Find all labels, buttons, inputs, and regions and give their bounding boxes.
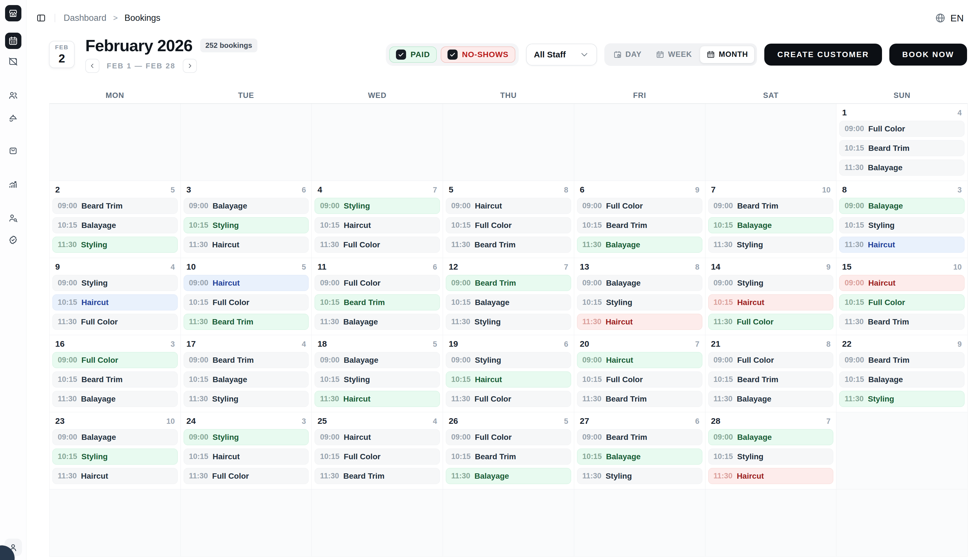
- booking-chip[interactable]: 11:30Haircut: [839, 237, 964, 253]
- booking-chip[interactable]: 11:30Balayage: [314, 314, 440, 330]
- booking-chip[interactable]: 10:15Beard Trim: [708, 372, 834, 387]
- booking-chip[interactable]: 11:30Styling: [184, 391, 309, 407]
- sidebar-item-badge-check[interactable]: [5, 233, 22, 246]
- booking-chip[interactable]: 10:15Full Color: [184, 294, 309, 310]
- booking-chip[interactable]: 10:15Beard Trim: [446, 448, 571, 465]
- day-cell-3[interactable]: 3609:00Balayage10:15Styling11:30Haircut: [181, 181, 312, 258]
- language-selector[interactable]: EN: [935, 12, 964, 23]
- booking-chip[interactable]: 10:15Haircut: [446, 372, 571, 387]
- day-cell-4[interactable]: 4709:00Styling10:15Haircut11:30Full Colo…: [312, 181, 443, 258]
- booking-chip[interactable]: 10:15Styling: [52, 448, 178, 465]
- booking-chip[interactable]: 11:30Haircut: [314, 391, 440, 407]
- booking-chip[interactable]: 11:30Full Color: [314, 237, 440, 253]
- booking-chip[interactable]: 10:15Beard Trim: [314, 294, 440, 310]
- booking-chip[interactable]: 11:30Styling: [577, 468, 702, 484]
- booking-chip[interactable]: 10:15Styling: [839, 217, 964, 233]
- sidebar-item-chart[interactable]: [5, 178, 22, 190]
- booking-chip[interactable]: 10:15Balayage: [708, 217, 834, 233]
- booking-chip[interactable]: 10:15Full Color: [314, 448, 440, 465]
- day-cell-11[interactable]: 11609:00Full Color10:15Beard Trim11:30Ba…: [312, 258, 443, 335]
- booking-chip[interactable]: 10:15Beard Trim: [577, 217, 702, 233]
- day-cell-2[interactable]: 2509:00Beard Trim10:15Balayage11:30Styli…: [50, 181, 181, 258]
- view-month-button[interactable]: MONTH: [700, 46, 754, 63]
- booking-chip[interactable]: 10:15Styling: [314, 372, 440, 387]
- booking-chip[interactable]: 09:00Full Color: [446, 429, 571, 445]
- day-cell-10[interactable]: 10509:00Haircut10:15Full Color11:30Beard…: [181, 258, 312, 335]
- booking-chip[interactable]: 10:15Balayage: [839, 372, 964, 387]
- booking-chip[interactable]: 11:30Balayage: [577, 237, 702, 253]
- day-cell-16[interactable]: 16309:00Full Color10:15Beard Trim11:30Ba…: [50, 335, 181, 412]
- day-cell-26[interactable]: 26509:00Full Color10:15Beard Trim11:30Ba…: [443, 412, 574, 489]
- day-cell-25[interactable]: 25409:00Haircut10:15Full Color11:30Beard…: [312, 412, 443, 489]
- booking-chip[interactable]: 11:30Balayage: [839, 160, 964, 176]
- booking-chip[interactable]: 09:00Styling: [184, 429, 309, 445]
- noshow-filter-toggle[interactable]: NO-SHOWS: [441, 47, 515, 63]
- booking-chip[interactable]: 09:00Balayage: [52, 429, 178, 445]
- sidebar-item-cloche[interactable]: [5, 112, 22, 124]
- day-cell-7[interactable]: 71009:00Beard Trim10:15Balayage11:30Styl…: [705, 181, 837, 258]
- booking-chip[interactable]: 09:00Balayage: [839, 198, 964, 214]
- day-cell-17[interactable]: 17409:00Beard Trim10:15Balayage11:30Styl…: [181, 335, 312, 412]
- booking-chip[interactable]: 11:30Styling: [446, 314, 571, 330]
- booking-chip[interactable]: 09:00Full Color: [577, 198, 702, 214]
- day-cell-19[interactable]: 19609:00Styling10:15Haircut11:30Full Col…: [443, 335, 574, 412]
- booking-chip[interactable]: 11:30Balayage: [52, 391, 178, 407]
- previous-month-button[interactable]: [85, 59, 99, 73]
- booking-chip[interactable]: 10:15Balayage: [184, 372, 309, 387]
- booking-chip[interactable]: 11:30Styling: [839, 391, 964, 407]
- booking-chip[interactable]: 11:30Styling: [52, 237, 178, 253]
- booking-chip[interactable]: 10:15Styling: [577, 294, 702, 310]
- day-cell-1[interactable]: 1409:00Full Color10:15Beard Trim11:30Bal…: [836, 104, 968, 181]
- booking-chip[interactable]: 10:15Balayage: [577, 448, 702, 465]
- booking-chip[interactable]: 09:00Balayage: [184, 198, 309, 214]
- book-now-button[interactable]: BOOK NOW: [889, 43, 967, 65]
- booking-chip[interactable]: 11:30Haircut: [577, 314, 702, 330]
- day-cell-15[interactable]: 151009:00Haircut10:15Full Color11:30Bear…: [836, 258, 968, 335]
- booking-chip[interactable]: 11:30Styling: [708, 237, 834, 253]
- booking-chip[interactable]: 11:30Full Color: [446, 391, 571, 407]
- booking-chip[interactable]: 10:15Haircut: [52, 294, 178, 310]
- day-cell-8[interactable]: 8309:00Balayage10:15Styling11:30Haircut: [836, 181, 968, 258]
- booking-chip[interactable]: 09:00Balayage: [708, 429, 834, 445]
- booking-chip[interactable]: 10:15Haircut: [314, 217, 440, 233]
- day-cell-22[interactable]: 22909:00Beard Trim10:15Balayage11:30Styl…: [836, 335, 968, 412]
- booking-chip[interactable]: 11:30Beard Trim: [314, 468, 440, 484]
- booking-chip[interactable]: 11:30Full Color: [184, 468, 309, 484]
- booking-chip[interactable]: 09:00Beard Trim: [184, 352, 309, 368]
- staff-select[interactable]: All Staff: [526, 43, 597, 65]
- booking-chip[interactable]: 10:15Haircut: [184, 448, 309, 465]
- sidebar-item-users[interactable]: [5, 89, 22, 101]
- booking-chip[interactable]: 10:15Styling: [708, 448, 834, 465]
- app-logo[interactable]: [5, 5, 22, 22]
- day-cell-18[interactable]: 18509:00Balayage10:15Styling11:30Haircut: [312, 335, 443, 412]
- day-cell-9[interactable]: 9409:00Styling10:15Haircut11:30Full Colo…: [50, 258, 181, 335]
- day-cell-14[interactable]: 14909:00Styling10:15Haircut11:30Full Col…: [705, 258, 837, 335]
- booking-chip[interactable]: 09:00Balayage: [314, 352, 440, 368]
- booking-chip[interactable]: 10:15Balayage: [52, 217, 178, 233]
- day-cell-6[interactable]: 6909:00Full Color10:15Beard Trim11:30Bal…: [574, 181, 705, 258]
- day-cell-27[interactable]: 27609:00Beard Trim10:15Balayage11:30Styl…: [574, 412, 705, 489]
- breadcrumb-parent[interactable]: Dashboard: [64, 13, 107, 23]
- booking-chip[interactable]: 11:30Balayage: [446, 468, 571, 484]
- booking-chip[interactable]: 10:15Haircut: [708, 294, 834, 310]
- booking-chip[interactable]: 09:00Beard Trim: [708, 198, 834, 214]
- booking-chip[interactable]: 11:30Beard Trim: [839, 314, 964, 330]
- day-cell-28[interactable]: 28709:00Balayage10:15Styling11:30Haircut: [705, 412, 837, 489]
- booking-chip[interactable]: 11:30Full Color: [708, 314, 834, 330]
- next-month-button[interactable]: [183, 59, 197, 73]
- booking-chip[interactable]: 09:00Beard Trim: [52, 198, 178, 214]
- sidebar-item-user-search[interactable]: [5, 212, 22, 224]
- day-cell-5[interactable]: 5809:00Haircut10:15Full Color11:30Beard …: [443, 181, 574, 258]
- booking-chip[interactable]: 11:30Beard Trim: [184, 314, 309, 330]
- booking-chip[interactable]: 09:00Beard Trim: [577, 429, 702, 445]
- day-cell-21[interactable]: 21809:00Full Color10:15Beard Trim11:30Ba…: [705, 335, 837, 412]
- booking-chip[interactable]: 10:15Full Color: [577, 372, 702, 387]
- booking-chip[interactable]: 09:00Haircut: [184, 275, 309, 291]
- booking-chip[interactable]: 09:00Styling: [446, 352, 571, 368]
- booking-chip[interactable]: 10:15Styling: [184, 217, 309, 233]
- booking-chip[interactable]: 11:30Beard Trim: [577, 391, 702, 407]
- booking-chip[interactable]: 10:15Beard Trim: [839, 140, 964, 156]
- booking-chip[interactable]: 11:30Haircut: [708, 468, 834, 484]
- booking-chip[interactable]: 09:00Haircut: [314, 429, 440, 445]
- booking-chip[interactable]: 09:00Full Color: [708, 352, 834, 368]
